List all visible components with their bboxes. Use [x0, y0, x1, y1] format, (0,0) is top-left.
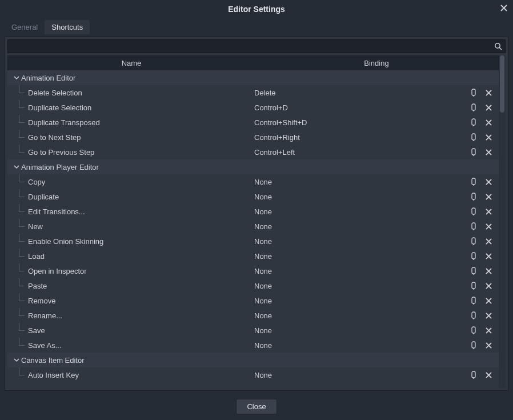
search-input[interactable]: [8, 40, 491, 53]
chevron-down-icon: [13, 357, 20, 363]
shortcut-name: Load: [27, 252, 254, 261]
row-actions: [469, 207, 499, 216]
group-label: Animation Editor: [21, 74, 75, 82]
clear-shortcut-icon[interactable]: [484, 326, 493, 335]
clear-shortcut-icon[interactable]: [484, 341, 493, 350]
clear-shortcut-icon[interactable]: [484, 311, 493, 320]
dialog-footer: Close: [0, 395, 513, 420]
edit-shortcut-icon[interactable]: [469, 133, 478, 142]
shortcut-group[interactable]: Animation Editor: [7, 70, 499, 85]
shortcut-binding: None: [254, 237, 469, 246]
shortcut-binding: None: [254, 282, 469, 290]
row-actions: [469, 118, 499, 127]
clear-shortcut-icon[interactable]: [484, 133, 493, 142]
shortcut-row[interactable]: Duplicate SelectionControl+D: [7, 100, 499, 115]
edit-shortcut-icon[interactable]: [469, 177, 478, 186]
shortcut-row[interactable]: Duplicate TransposedControl+Shift+D: [7, 115, 499, 130]
edit-shortcut-icon[interactable]: [469, 103, 478, 112]
shortcut-row[interactable]: PasteNone: [7, 278, 499, 293]
row-actions: [469, 88, 499, 97]
shortcut-row[interactable]: CopyNone: [7, 174, 499, 189]
edit-shortcut-icon[interactable]: [469, 281, 478, 290]
close-icon[interactable]: [500, 5, 507, 11]
shortcut-row[interactable]: NewNone: [7, 219, 499, 234]
shortcut-name: Duplicate Transposed: [27, 118, 254, 127]
edit-shortcut-icon[interactable]: [469, 222, 478, 231]
row-actions: [469, 222, 499, 231]
scrollbar-thumb[interactable]: [500, 55, 504, 113]
shortcut-row[interactable]: Delete SelectionDelete: [7, 85, 499, 100]
scrollbar[interactable]: [499, 55, 506, 388]
row-actions: [469, 266, 499, 275]
tree-branch-icon: [17, 278, 27, 293]
shortcut-row[interactable]: Open in InspectorNone: [7, 263, 499, 278]
title-bar: Editor Settings: [0, 0, 513, 19]
svg-line-1: [499, 47, 502, 50]
list-header: Name Binding: [7, 55, 499, 70]
shortcut-row[interactable]: Edit Transitions...None: [7, 204, 499, 219]
tree-branch-icon: [17, 249, 27, 263]
shortcut-row[interactable]: Save As...None: [7, 338, 499, 353]
shortcut-group[interactable]: Canvas Item Editor: [7, 353, 499, 367]
shortcut-row[interactable]: LoadNone: [7, 249, 499, 263]
search-icon[interactable]: [491, 40, 505, 53]
group-label: Animation Player Editor: [21, 163, 99, 171]
close-button[interactable]: Close: [236, 399, 276, 414]
shortcut-binding: None: [254, 178, 469, 186]
shortcut-row[interactable]: Enable Onion SkinningNone: [7, 234, 499, 249]
row-actions: [469, 192, 499, 201]
edit-shortcut-icon[interactable]: [469, 118, 478, 127]
edit-shortcut-icon[interactable]: [469, 207, 478, 216]
clear-shortcut-icon[interactable]: [484, 237, 493, 246]
clear-shortcut-icon[interactable]: [484, 103, 493, 112]
clear-shortcut-icon[interactable]: [484, 296, 493, 305]
edit-shortcut-icon[interactable]: [469, 341, 478, 350]
shortcut-row[interactable]: Go to Next StepControl+Right: [7, 130, 499, 145]
shortcut-row[interactable]: Auto Insert KeyNone: [7, 367, 499, 382]
shortcut-name: New: [27, 222, 254, 231]
row-actions: [469, 311, 499, 320]
shortcut-row[interactable]: DuplicateNone: [7, 189, 499, 204]
clear-shortcut-icon[interactable]: [484, 266, 493, 275]
clear-shortcut-icon[interactable]: [484, 177, 493, 186]
clear-shortcut-icon[interactable]: [484, 251, 493, 261]
clear-shortcut-icon[interactable]: [484, 222, 493, 231]
edit-shortcut-icon[interactable]: [469, 296, 478, 305]
clear-shortcut-icon[interactable]: [484, 88, 493, 97]
shortcut-row[interactable]: SaveNone: [7, 323, 499, 338]
shortcut-name: Open in Inspector: [27, 267, 254, 275]
edit-shortcut-icon[interactable]: [469, 192, 478, 201]
shortcut-row[interactable]: Rename...None: [7, 308, 499, 323]
column-binding: Binding: [255, 59, 498, 67]
shortcut-row[interactable]: Go to Previous StepControl+Left: [7, 145, 499, 159]
shortcut-list: Name Binding Animation EditorDelete Sele…: [7, 55, 506, 388]
tab-general[interactable]: General: [5, 20, 45, 34]
edit-shortcut-icon[interactable]: [469, 237, 478, 246]
edit-shortcut-icon[interactable]: [469, 251, 478, 261]
clear-shortcut-icon[interactable]: [484, 281, 493, 290]
edit-shortcut-icon[interactable]: [469, 370, 478, 379]
row-actions: [469, 103, 499, 112]
edit-shortcut-icon[interactable]: [469, 88, 478, 97]
shortcut-name: Save As...: [27, 341, 254, 350]
shortcut-name: Go to Previous Step: [27, 148, 254, 157]
svg-rect-22: [472, 253, 475, 259]
shortcut-binding: None: [254, 311, 469, 320]
shortcut-binding: None: [254, 326, 469, 335]
shortcut-group[interactable]: Animation Player Editor: [7, 159, 499, 174]
clear-shortcut-icon[interactable]: [484, 370, 493, 379]
edit-shortcut-icon[interactable]: [469, 326, 478, 335]
svg-rect-2: [472, 89, 475, 95]
clear-shortcut-icon[interactable]: [484, 118, 493, 127]
tab-shortcuts[interactable]: Shortcuts: [45, 20, 90, 34]
clear-shortcut-icon[interactable]: [484, 192, 493, 201]
edit-shortcut-icon[interactable]: [469, 266, 478, 275]
edit-shortcut-icon[interactable]: [469, 311, 478, 320]
shortcut-binding: None: [254, 207, 469, 216]
clear-shortcut-icon[interactable]: [484, 147, 493, 157]
clear-shortcut-icon[interactable]: [484, 207, 493, 216]
shortcut-row[interactable]: RemoveNone: [7, 293, 499, 308]
row-actions: [469, 147, 499, 157]
edit-shortcut-icon[interactable]: [469, 147, 478, 157]
editor-settings-dialog: Editor Settings General Shortcuts Name B…: [0, 0, 513, 420]
